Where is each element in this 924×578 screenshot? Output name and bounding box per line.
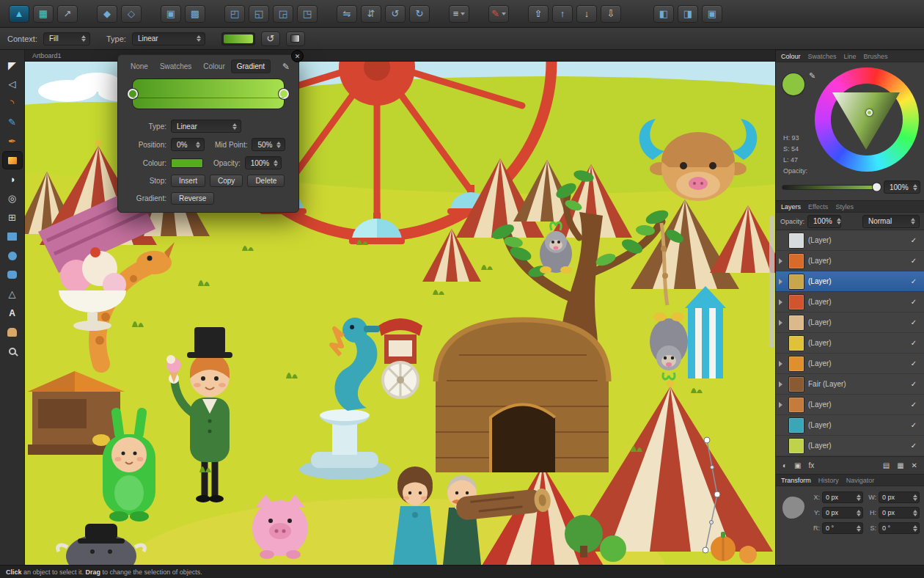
tab-effects[interactable]: Effects [808, 203, 828, 211]
gradient-stop-start[interactable] [128, 89, 138, 99]
insertion-order-button-1[interactable]: ◰ [224, 5, 245, 23]
rectangle-tool[interactable] [3, 228, 22, 245]
layer-row[interactable]: (Layer) ✓ [776, 230, 924, 251]
rotate-ccw-button[interactable]: ↺ [385, 5, 406, 23]
tab-gradient[interactable]: Gradient [232, 60, 270, 73]
tab-navigator[interactable]: Navigator [846, 477, 875, 484]
layer-row[interactable]: (Layer) ✓ [776, 354, 924, 374]
layers-opacity-input[interactable]: 100% [807, 215, 841, 228]
tab-styles[interactable]: Styles [835, 203, 854, 211]
copy-stop-button[interactable]: Copy [210, 175, 243, 187]
x-input[interactable]: 0 px [822, 491, 863, 503]
canvas-vertical-scrollbar[interactable] [769, 216, 774, 348]
view-mode-button-1[interactable]: ◧ [653, 5, 674, 23]
tab-swatches[interactable]: Swatches [155, 60, 197, 73]
move-forward-button[interactable]: ↑ [552, 5, 573, 23]
fill-gradient-tool[interactable] [3, 152, 22, 169]
adjustment-icon[interactable]: ◐ [782, 461, 787, 469]
rounded-rectangle-tool[interactable] [3, 266, 22, 283]
vector-crop-tool[interactable]: ⊞ [3, 209, 22, 226]
move-tool[interactable]: ◤ [3, 56, 22, 73]
layer-row[interactable]: (Layer) ✓ [776, 251, 924, 271]
reverse-gradient-button[interactable]: Reverse [171, 192, 214, 205]
blend-mode-dropdown[interactable]: Normal [862, 215, 920, 228]
colour-selector-dot[interactable] [866, 109, 873, 116]
h-input[interactable]: 0 px [879, 507, 920, 519]
layer-row[interactable]: (Layer) ✓ [776, 333, 924, 354]
disclosure-icon[interactable] [779, 299, 785, 305]
disclosure-icon[interactable] [779, 279, 785, 285]
pencil-tool[interactable]: ✎ [3, 114, 22, 131]
tab-colour[interactable]: Colour [781, 53, 801, 60]
tab-brushes[interactable]: Brushes [864, 53, 888, 60]
visibility-check-icon[interactable]: ✓ [909, 298, 919, 306]
fill-gradient-swatch[interactable] [221, 32, 255, 45]
flip-horizontal-button[interactable]: ⇋ [337, 5, 357, 23]
visibility-check-icon[interactable]: ✓ [909, 359, 919, 367]
gradient-stop-end[interactable] [279, 89, 289, 99]
opacity-value-input[interactable]: 100% [884, 180, 920, 194]
corner-tool[interactable]: ◝ [3, 95, 22, 111]
document-tab[interactable]: Artboard1 [32, 52, 62, 59]
pixel-persona-button[interactable]: ▦ [33, 5, 54, 23]
visibility-check-icon[interactable]: ✓ [909, 421, 919, 429]
tab-swatches[interactable]: Swatches [808, 53, 837, 60]
insert-stop-button[interactable]: Insert [171, 175, 205, 187]
tab-line[interactable]: Line [844, 53, 857, 60]
mask-icon[interactable]: ▣ [794, 461, 801, 469]
visibility-check-icon[interactable]: ✓ [909, 339, 919, 347]
eyedropper-icon[interactable]: ✎ [281, 62, 291, 72]
colour-picker-tool[interactable]: ◎ [3, 190, 22, 207]
disclosure-icon[interactable] [779, 258, 785, 264]
move-to-front-button[interactable]: ⇧ [528, 5, 549, 23]
close-icon[interactable]: ✕ [291, 50, 304, 62]
disclosure-icon[interactable] [779, 402, 785, 408]
toolbar-shape-button-2[interactable]: ◇ [121, 5, 142, 23]
tab-none[interactable]: None [125, 60, 153, 73]
opacity-slider-handle[interactable] [873, 183, 881, 191]
transparency-tool[interactable]: ◑ [3, 171, 22, 188]
visibility-check-icon[interactable]: ✓ [909, 380, 919, 388]
w-input[interactable]: 0 px [879, 491, 920, 503]
insertion-order-button-2[interactable]: ◱ [249, 5, 269, 23]
insertion-order-button-3[interactable]: ◲ [273, 5, 293, 23]
new-group-icon[interactable]: ▤ [883, 461, 890, 469]
layer-row-selected[interactable]: (Layer) ✓ [776, 271, 924, 292]
visibility-check-icon[interactable]: ✓ [909, 257, 919, 265]
rotate-gradient-button[interactable]: ↺ [261, 32, 280, 46]
context-fill-dropdown[interactable]: Fill [43, 32, 90, 45]
visibility-check-icon[interactable]: ✓ [909, 236, 919, 244]
shear-input[interactable]: 0 ° [879, 522, 920, 534]
gradient-type-dropdown[interactable]: Linear [132, 32, 205, 45]
layer-row[interactable]: (Layer) ✓ [776, 415, 924, 436]
layer-row[interactable]: (Layer) ✓ [776, 292, 924, 312]
current-colour-swatch[interactable] [782, 73, 804, 95]
ellipse-tool[interactable] [3, 247, 22, 264]
toolbar-shape-button-1[interactable]: ◆ [97, 5, 117, 23]
layer-row[interactable]: (Layer) ✓ [776, 436, 924, 456]
designer-persona-button[interactable]: ▲ [9, 5, 29, 23]
layer-row[interactable]: (Layer) ✓ [776, 395, 924, 415]
move-to-back-button[interactable]: ⇩ [601, 5, 621, 23]
edit-gradient-button[interactable] [286, 32, 305, 46]
boolean-subtract-button[interactable]: ▩ [185, 5, 205, 23]
vector-brush-tool[interactable]: ✒ [3, 133, 22, 150]
boolean-add-button[interactable]: ▣ [161, 5, 181, 23]
anchor-selector[interactable] [780, 491, 807, 524]
visibility-check-icon[interactable]: ✓ [909, 318, 919, 326]
visibility-check-icon[interactable]: ✓ [909, 277, 919, 285]
disclosure-icon[interactable] [779, 381, 785, 387]
alignment-button[interactable]: ≡ [449, 5, 469, 23]
view-tool[interactable] [3, 323, 22, 340]
tab-transform[interactable]: Transform [781, 477, 811, 484]
stop-colour-swatch[interactable] [171, 158, 203, 168]
disclosure-icon[interactable] [779, 320, 785, 326]
view-mode-button-2[interactable]: ◨ [678, 5, 698, 23]
tab-history[interactable]: History [818, 477, 839, 484]
zoom-tool[interactable] [3, 343, 22, 359]
layer-row[interactable]: (Layer) ✓ [776, 312, 924, 333]
new-layer-icon[interactable]: ▦ [897, 461, 903, 469]
disclosure-icon[interactable] [779, 361, 785, 367]
export-persona-button[interactable]: ↗ [57, 5, 78, 23]
move-backward-button[interactable]: ↓ [576, 5, 597, 23]
